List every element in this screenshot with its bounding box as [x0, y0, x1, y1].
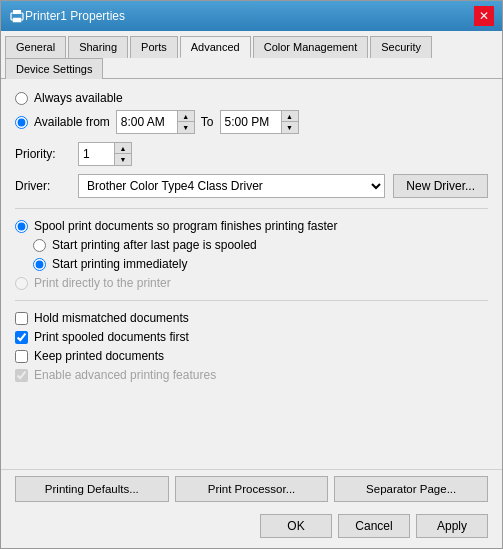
svg-point-3: [20, 15, 22, 17]
ok-button[interactable]: OK: [260, 514, 332, 538]
spool-radio-row: Spool print documents so program finishe…: [15, 219, 488, 233]
print-processor-button[interactable]: Print Processor...: [175, 476, 329, 502]
cancel-button[interactable]: Cancel: [338, 514, 410, 538]
start-immediately-radio[interactable]: [33, 258, 46, 271]
print-directly-radio[interactable]: [15, 277, 28, 290]
enable-advanced-row: Enable advanced printing features: [15, 368, 488, 382]
ok-cancel-row: OK Cancel Apply: [1, 510, 502, 548]
svg-rect-1: [13, 10, 21, 14]
to-label: To: [201, 115, 214, 129]
from-time-down-button[interactable]: ▼: [178, 122, 194, 133]
from-time-up-button[interactable]: ▲: [178, 111, 194, 122]
spooling-group: Spool print documents so program finishe…: [15, 219, 488, 290]
to-time-down-button[interactable]: ▼: [282, 122, 298, 133]
tab-security[interactable]: Security: [370, 36, 432, 58]
after-last-page-radio[interactable]: [33, 239, 46, 252]
print-spooled-first-label: Print spooled documents first: [34, 330, 189, 344]
print-directly-row: Print directly to the printer: [15, 276, 488, 290]
priority-up-button[interactable]: ▲: [115, 143, 131, 154]
content-area: Always available Available from 8:00 AM …: [1, 79, 502, 469]
tab-color-management[interactable]: Color Management: [253, 36, 369, 58]
to-time-spinner: 5:00 PM ▲ ▼: [220, 110, 299, 134]
driver-label: Driver:: [15, 179, 70, 193]
from-time-spinner: 8:00 AM ▲ ▼: [116, 110, 195, 134]
always-available-row: Always available: [15, 91, 488, 105]
new-driver-button[interactable]: New Driver...: [393, 174, 488, 198]
priority-down-button[interactable]: ▼: [115, 154, 131, 165]
apply-button[interactable]: Apply: [416, 514, 488, 538]
keep-printed-label: Keep printed documents: [34, 349, 164, 363]
from-time-input[interactable]: 8:00 AM: [117, 111, 177, 133]
printing-defaults-button[interactable]: Printing Defaults...: [15, 476, 169, 502]
close-button[interactable]: ✕: [474, 6, 494, 26]
from-time-spinner-buttons: ▲ ▼: [177, 111, 194, 133]
always-available-label: Always available: [34, 91, 123, 105]
after-last-page-row: Start printing after last page is spoole…: [33, 238, 488, 252]
print-directly-label: Print directly to the printer: [34, 276, 171, 290]
always-available-radio[interactable]: [15, 92, 28, 105]
keep-printed-checkbox[interactable]: [15, 350, 28, 363]
bottom-buttons-row: Printing Defaults... Print Processor... …: [1, 469, 502, 510]
driver-row: Driver: Brother Color Type4 Class Driver…: [15, 174, 488, 198]
to-time-input[interactable]: 5:00 PM: [221, 111, 281, 133]
printer-icon: [9, 8, 25, 24]
keep-printed-row: Keep printed documents: [15, 349, 488, 363]
spool-label: Spool print documents so program finishe…: [34, 219, 338, 233]
main-window: Printer1 Properties ✕ General Sharing Po…: [0, 0, 503, 549]
priority-row: Priority: 1 ▲ ▼: [15, 142, 488, 166]
start-immediately-row: Start printing immediately: [33, 257, 488, 271]
hold-mismatched-row: Hold mismatched documents: [15, 311, 488, 325]
print-spooled-first-row: Print spooled documents first: [15, 330, 488, 344]
priority-input[interactable]: 1: [79, 143, 114, 165]
priority-label: Priority:: [15, 147, 70, 161]
available-from-label: Available from: [34, 115, 110, 129]
tabs-bar: General Sharing Ports Advanced Color Man…: [1, 31, 502, 79]
enable-advanced-label: Enable advanced printing features: [34, 368, 216, 382]
tab-device-settings[interactable]: Device Settings: [5, 58, 103, 79]
section-divider-1: [15, 208, 488, 209]
hold-mismatched-label: Hold mismatched documents: [34, 311, 189, 325]
section-divider-2: [15, 300, 488, 301]
priority-spinner: 1 ▲ ▼: [78, 142, 132, 166]
title-bar: Printer1 Properties ✕: [1, 1, 502, 31]
available-from-row: Available from 8:00 AM ▲ ▼ To 5:00 PM ▲ …: [15, 110, 488, 134]
svg-rect-2: [13, 18, 21, 22]
tab-ports[interactable]: Ports: [130, 36, 178, 58]
available-from-radio[interactable]: [15, 116, 28, 129]
enable-advanced-checkbox[interactable]: [15, 369, 28, 382]
after-last-page-label: Start printing after last page is spoole…: [52, 238, 257, 252]
to-time-spinner-buttons: ▲ ▼: [281, 111, 298, 133]
to-time-up-button[interactable]: ▲: [282, 111, 298, 122]
start-immediately-label: Start printing immediately: [52, 257, 187, 271]
tab-sharing[interactable]: Sharing: [68, 36, 128, 58]
availability-group: Always available Available from 8:00 AM …: [15, 91, 488, 134]
print-spooled-first-checkbox[interactable]: [15, 331, 28, 344]
checkbox-group: Hold mismatched documents Print spooled …: [15, 311, 488, 382]
tab-general[interactable]: General: [5, 36, 66, 58]
separator-page-button[interactable]: Separator Page...: [334, 476, 488, 502]
tab-advanced[interactable]: Advanced: [180, 36, 251, 58]
priority-spinner-buttons: ▲ ▼: [114, 143, 131, 165]
title-bar-left: Printer1 Properties: [9, 8, 125, 24]
driver-select[interactable]: Brother Color Type4 Class Driver: [78, 174, 385, 198]
window-title: Printer1 Properties: [25, 9, 125, 23]
hold-mismatched-checkbox[interactable]: [15, 312, 28, 325]
spool-radio[interactable]: [15, 220, 28, 233]
